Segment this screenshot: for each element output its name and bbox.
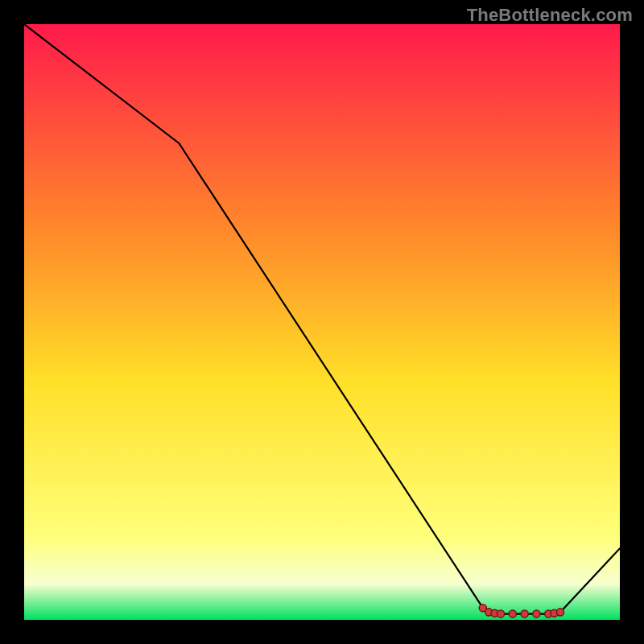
marker-dot [509, 610, 516, 617]
marker-dot [497, 610, 504, 617]
watermark-label: TheBottleneck.com [467, 5, 633, 26]
marker-dot [556, 609, 564, 616]
gradient-background [24, 24, 620, 620]
marker-dot [521, 610, 528, 617]
marker-dot [533, 610, 540, 617]
plot-area [24, 24, 620, 620]
chart-svg [24, 24, 620, 620]
chart-frame: TheBottleneck.com [0, 0, 644, 644]
